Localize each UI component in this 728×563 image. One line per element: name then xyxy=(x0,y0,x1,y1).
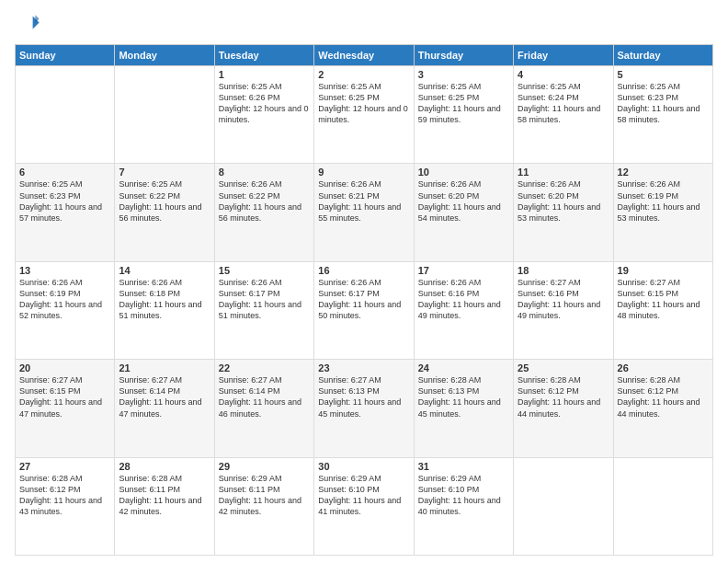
calendar-weekday-thursday: Thursday xyxy=(414,45,513,66)
calendar-week-0: 1Sunrise: 6:25 AMSunset: 6:26 PMDaylight… xyxy=(16,66,713,164)
day-info: Sunrise: 6:25 AMSunset: 6:25 PMDaylight:… xyxy=(318,81,409,126)
page: SundayMondayTuesdayWednesdayThursdayFrid… xyxy=(0,0,728,563)
day-info: Sunrise: 6:26 AMSunset: 6:21 PMDaylight:… xyxy=(318,178,409,224)
day-number: 8 xyxy=(219,167,310,178)
day-number: 15 xyxy=(219,265,310,276)
day-number: 10 xyxy=(418,167,509,178)
day-number: 20 xyxy=(19,362,110,373)
calendar-cell: 16Sunrise: 6:26 AMSunset: 6:17 PMDayligh… xyxy=(314,261,414,359)
day-number: 27 xyxy=(19,461,110,472)
day-number: 7 xyxy=(119,167,210,178)
day-info: Sunrise: 6:26 AMSunset: 6:22 PMDaylight:… xyxy=(219,178,310,224)
day-info: Sunrise: 6:28 AMSunset: 6:12 PMDaylight:… xyxy=(19,473,110,518)
calendar-cell: 31Sunrise: 6:29 AMSunset: 6:10 PMDayligh… xyxy=(414,457,513,555)
day-info: Sunrise: 6:26 AMSunset: 6:17 PMDaylight:… xyxy=(219,277,310,322)
calendar-cell: 7Sunrise: 6:25 AMSunset: 6:22 PMDaylight… xyxy=(115,164,214,261)
calendar-cell: 14Sunrise: 6:26 AMSunset: 6:18 PMDayligh… xyxy=(115,261,214,359)
day-number: 23 xyxy=(318,362,409,373)
day-info: Sunrise: 6:25 AMSunset: 6:23 PMDaylight:… xyxy=(19,178,110,224)
day-number: 9 xyxy=(318,167,409,178)
calendar-cell: 28Sunrise: 6:28 AMSunset: 6:11 PMDayligh… xyxy=(115,457,214,555)
calendar-weekday-wednesday: Wednesday xyxy=(314,45,414,66)
day-number: 29 xyxy=(219,461,310,472)
calendar-header-row: SundayMondayTuesdayWednesdayThursdayFrid… xyxy=(16,45,713,66)
day-number: 17 xyxy=(418,265,509,276)
day-info: Sunrise: 6:28 AMSunset: 6:12 PMDaylight:… xyxy=(518,374,609,419)
calendar-cell xyxy=(514,457,613,555)
day-info: Sunrise: 6:29 AMSunset: 6:10 PMDaylight:… xyxy=(318,473,409,518)
calendar-cell: 21Sunrise: 6:27 AMSunset: 6:14 PMDayligh… xyxy=(115,360,214,457)
day-number: 3 xyxy=(418,69,509,80)
day-info: Sunrise: 6:25 AMSunset: 6:23 PMDaylight:… xyxy=(618,81,709,126)
calendar-cell: 19Sunrise: 6:27 AMSunset: 6:15 PMDayligh… xyxy=(613,261,712,359)
day-number: 24 xyxy=(418,362,509,373)
calendar-cell: 26Sunrise: 6:28 AMSunset: 6:12 PMDayligh… xyxy=(613,360,712,457)
calendar-week-1: 6Sunrise: 6:25 AMSunset: 6:23 PMDaylight… xyxy=(16,164,713,261)
calendar-cell: 18Sunrise: 6:27 AMSunset: 6:16 PMDayligh… xyxy=(514,261,613,359)
calendar-cell: 6Sunrise: 6:25 AMSunset: 6:23 PMDaylight… xyxy=(16,164,115,261)
day-info: Sunrise: 6:26 AMSunset: 6:18 PMDaylight:… xyxy=(119,277,210,322)
calendar-weekday-monday: Monday xyxy=(115,45,214,66)
day-info: Sunrise: 6:27 AMSunset: 6:14 PMDaylight:… xyxy=(119,374,210,419)
calendar-cell: 10Sunrise: 6:26 AMSunset: 6:20 PMDayligh… xyxy=(414,164,513,261)
day-info: Sunrise: 6:25 AMSunset: 6:25 PMDaylight:… xyxy=(418,81,509,126)
day-number: 26 xyxy=(618,362,709,373)
day-number: 21 xyxy=(119,362,210,373)
calendar-cell xyxy=(16,66,115,164)
day-number: 4 xyxy=(518,69,609,80)
calendar-cell: 11Sunrise: 6:26 AMSunset: 6:20 PMDayligh… xyxy=(514,164,613,261)
calendar-cell: 23Sunrise: 6:27 AMSunset: 6:13 PMDayligh… xyxy=(314,360,414,457)
header xyxy=(15,11,713,37)
calendar-cell: 3Sunrise: 6:25 AMSunset: 6:25 PMDaylight… xyxy=(414,66,513,164)
day-number: 13 xyxy=(19,265,110,276)
calendar-table: SundayMondayTuesdayWednesdayThursdayFrid… xyxy=(15,44,713,556)
day-info: Sunrise: 6:29 AMSunset: 6:11 PMDaylight:… xyxy=(219,473,310,518)
day-number: 14 xyxy=(119,265,210,276)
day-info: Sunrise: 6:25 AMSunset: 6:22 PMDaylight:… xyxy=(119,178,210,224)
day-info: Sunrise: 6:28 AMSunset: 6:13 PMDaylight:… xyxy=(418,374,509,419)
calendar-weekday-saturday: Saturday xyxy=(613,45,712,66)
calendar-cell: 5Sunrise: 6:25 AMSunset: 6:23 PMDaylight… xyxy=(613,66,712,164)
day-number: 6 xyxy=(19,167,110,178)
calendar-cell: 17Sunrise: 6:26 AMSunset: 6:16 PMDayligh… xyxy=(414,261,513,359)
day-number: 28 xyxy=(119,461,210,472)
calendar-weekday-tuesday: Tuesday xyxy=(214,45,313,66)
calendar-cell xyxy=(115,66,214,164)
day-number: 5 xyxy=(618,69,709,80)
day-number: 11 xyxy=(518,167,609,178)
calendar-week-4: 27Sunrise: 6:28 AMSunset: 6:12 PMDayligh… xyxy=(16,457,713,555)
day-number: 18 xyxy=(518,265,609,276)
day-number: 16 xyxy=(318,265,409,276)
calendar-cell xyxy=(613,457,712,555)
day-number: 19 xyxy=(618,265,709,276)
day-info: Sunrise: 6:27 AMSunset: 6:14 PMDaylight:… xyxy=(219,374,310,419)
day-number: 1 xyxy=(219,69,310,80)
calendar-cell: 25Sunrise: 6:28 AMSunset: 6:12 PMDayligh… xyxy=(514,360,613,457)
calendar-cell: 9Sunrise: 6:26 AMSunset: 6:21 PMDaylight… xyxy=(314,164,414,261)
calendar-cell: 8Sunrise: 6:26 AMSunset: 6:22 PMDaylight… xyxy=(214,164,313,261)
calendar-cell: 20Sunrise: 6:27 AMSunset: 6:15 PMDayligh… xyxy=(16,360,115,457)
calendar-cell: 4Sunrise: 6:25 AMSunset: 6:24 PMDaylight… xyxy=(514,66,613,164)
day-info: Sunrise: 6:25 AMSunset: 6:24 PMDaylight:… xyxy=(518,81,609,126)
day-number: 30 xyxy=(318,461,409,472)
calendar-cell: 15Sunrise: 6:26 AMSunset: 6:17 PMDayligh… xyxy=(214,261,313,359)
day-number: 31 xyxy=(418,461,509,472)
day-info: Sunrise: 6:26 AMSunset: 6:16 PMDaylight:… xyxy=(418,277,509,322)
calendar-week-3: 20Sunrise: 6:27 AMSunset: 6:15 PMDayligh… xyxy=(16,360,713,457)
calendar-weekday-sunday: Sunday xyxy=(16,45,115,66)
day-info: Sunrise: 6:26 AMSunset: 6:19 PMDaylight:… xyxy=(19,277,110,322)
calendar-cell: 27Sunrise: 6:28 AMSunset: 6:12 PMDayligh… xyxy=(16,457,115,555)
day-number: 2 xyxy=(318,69,409,80)
day-info: Sunrise: 6:28 AMSunset: 6:12 PMDaylight:… xyxy=(618,374,709,419)
calendar-cell: 2Sunrise: 6:25 AMSunset: 6:25 PMDaylight… xyxy=(314,66,414,164)
calendar-cell: 22Sunrise: 6:27 AMSunset: 6:14 PMDayligh… xyxy=(214,360,313,457)
calendar-cell: 12Sunrise: 6:26 AMSunset: 6:19 PMDayligh… xyxy=(613,164,712,261)
day-info: Sunrise: 6:27 AMSunset: 6:13 PMDaylight:… xyxy=(318,374,409,419)
day-info: Sunrise: 6:27 AMSunset: 6:15 PMDaylight:… xyxy=(19,374,110,419)
day-info: Sunrise: 6:28 AMSunset: 6:11 PMDaylight:… xyxy=(119,473,210,518)
day-info: Sunrise: 6:26 AMSunset: 6:17 PMDaylight:… xyxy=(318,277,409,322)
calendar-cell: 30Sunrise: 6:29 AMSunset: 6:10 PMDayligh… xyxy=(314,457,414,555)
day-number: 25 xyxy=(518,362,609,373)
day-info: Sunrise: 6:29 AMSunset: 6:10 PMDaylight:… xyxy=(418,473,509,518)
calendar-cell: 24Sunrise: 6:28 AMSunset: 6:13 PMDayligh… xyxy=(414,360,513,457)
